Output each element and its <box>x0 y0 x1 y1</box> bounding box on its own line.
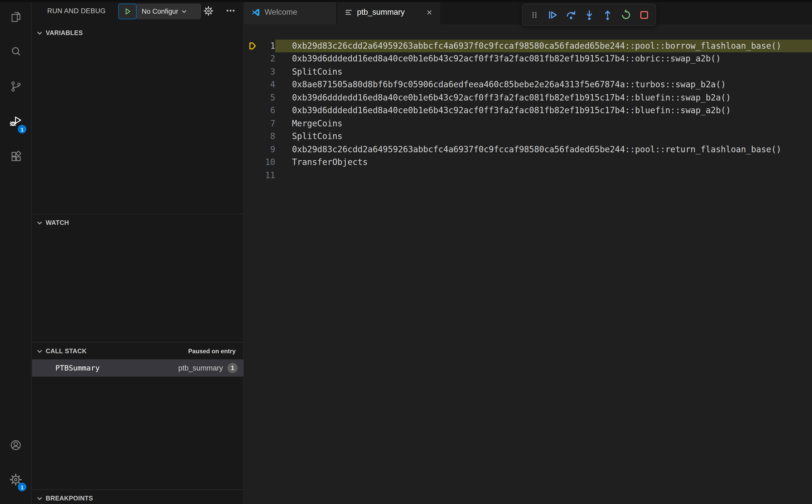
line-number: 8 <box>244 130 275 143</box>
tab-close-button[interactable] <box>424 7 434 17</box>
line-text: 0xb29d83c26cdd2a64959263abbcfc4a6937f0c9… <box>275 39 812 52</box>
chevron-down-icon <box>37 220 43 226</box>
sidebar-item-explorer[interactable] <box>0 4 31 30</box>
more-actions-icon <box>226 7 235 14</box>
code-line-template <box>244 26 812 39</box>
sidebar-item-source-control[interactable] <box>0 73 31 99</box>
stack-frame-name: PTBSummary <box>55 364 100 372</box>
window-top-edge <box>0 0 812 2</box>
section-label: VARIABLES <box>46 29 83 37</box>
line-text: 0xb29d83c26cdd2a64959263abbcfc4a6937f0c9… <box>275 143 812 156</box>
tab-ptb-summary[interactable]: ptb_summary <box>338 0 440 24</box>
chevron-down-icon <box>181 9 187 14</box>
stop-icon <box>639 9 649 20</box>
step-over-icon <box>566 9 576 20</box>
section-label: WATCH <box>46 219 69 226</box>
sidebar-item-extensions[interactable] <box>0 143 31 169</box>
line-text: SplitCoins <box>275 65 812 78</box>
code-editor[interactable]: 1 0xb29d83c26cdd2a64959263abbcfc4a6937f0… <box>244 24 812 504</box>
line-number: 11 <box>244 169 275 182</box>
sidebar-header: RUN AND DEBUG No Configur <box>32 0 243 22</box>
stack-frame-line-badge: 1 <box>227 363 238 373</box>
line-text: 0xb39d6dddedd16ed8a40ce0b1e6b43c92acf0ff… <box>275 52 812 65</box>
sidebar-title: RUN AND DEBUG <box>47 0 106 22</box>
stack-frame-file: ptb_summary <box>178 364 223 372</box>
section-label: BREAKPOINTS <box>46 495 93 502</box>
line-number: 6 <box>244 104 275 117</box>
line-number: 4 <box>244 78 275 91</box>
launch-control: No Configur <box>118 4 201 19</box>
stop-button[interactable] <box>635 6 653 24</box>
gripper-icon <box>530 10 539 19</box>
tab-welcome[interactable]: Welcome <box>244 0 337 24</box>
call-stack-status: Paused on entry <box>188 348 236 355</box>
code-line: 11 <box>244 169 812 182</box>
search-icon <box>9 45 22 58</box>
section-header-breakpoints[interactable]: BREAKPOINTS <box>32 490 244 504</box>
restart-button[interactable] <box>617 6 634 24</box>
line-number: 5 <box>244 91 275 104</box>
step-out-icon <box>602 9 613 20</box>
code-line: 1 0xb29d83c26cdd2a64959263abbcfc4a6937f0… <box>244 39 812 52</box>
line-text: 0xb39d6dddedd16ed8a40ce0b1e6b43c92acf0ff… <box>275 91 812 104</box>
code-line: 3 SplitCoins <box>244 65 812 78</box>
line-number: 2 <box>244 52 275 65</box>
debug-configuration-dropdown[interactable]: No Configur <box>137 4 201 19</box>
line-text: 0x8ae871505a80d8bf6bf9c05906cda6edfeea46… <box>275 78 812 91</box>
step-out-button[interactable] <box>599 6 616 24</box>
line-text: MergeCoins <box>275 117 812 130</box>
play-icon <box>124 8 131 15</box>
line-text <box>275 169 812 182</box>
chevron-down-icon <box>37 348 43 354</box>
debug-toolbar <box>522 4 656 26</box>
code-line: 5 0xb39d6dddedd16ed8a40ce0b1e6b43c92acf0… <box>244 91 812 104</box>
line-text <box>275 26 812 39</box>
open-launch-json-button[interactable] <box>203 6 214 18</box>
close-icon <box>425 8 433 16</box>
debug-badge: 1 <box>18 125 26 133</box>
step-into-icon <box>584 9 594 20</box>
account-button[interactable] <box>0 432 31 458</box>
vscode-logo-icon <box>251 7 260 17</box>
manage-button[interactable]: 1 <box>0 466 31 493</box>
debug-toolbar-drag-handle[interactable] <box>526 6 543 24</box>
editor-group: Welcome ptb_summary <box>244 0 812 504</box>
extensions-icon <box>9 149 22 162</box>
line-number <box>244 26 275 39</box>
code-line: 2 0xb39d6dddedd16ed8a40ce0b1e6b43c92acf0… <box>244 52 812 65</box>
sidebar-item-search[interactable] <box>0 38 31 64</box>
step-into-button[interactable] <box>581 6 598 24</box>
current-step-marker-icon <box>248 41 257 50</box>
line-number: 9 <box>244 143 275 156</box>
section-header-variables[interactable]: VARIABLES <box>32 24 244 42</box>
code-line: 6 0xb39d6dddedd16ed8a40ce0b1e6b43c92acf0… <box>244 104 812 117</box>
views-and-more-actions-button[interactable] <box>226 7 235 16</box>
tab-label: Welcome <box>264 8 297 17</box>
code-line: 7 MergeCoins <box>244 117 812 130</box>
line-text: 0xb39d6dddedd16ed8a40ce0b1e6b43c92acf0ff… <box>275 104 812 117</box>
code-line: 10 TransferObjects <box>244 156 812 169</box>
line-number: 7 <box>244 117 275 130</box>
section-label: CALL STACK <box>46 348 87 355</box>
step-over-button[interactable] <box>562 6 580 24</box>
chevron-down-icon <box>37 495 43 501</box>
line-number: 10 <box>244 156 275 169</box>
sidebar-item-run-and-debug[interactable]: 1 <box>0 109 31 135</box>
account-icon <box>9 439 22 452</box>
restart-icon <box>620 9 631 20</box>
section-header-call-stack[interactable]: CALL STACK Paused on entry <box>32 343 244 360</box>
chevron-down-icon <box>37 30 43 36</box>
code-line: 4 0x8ae871505a80d8bf6bf9c05906cda6edfeea… <box>244 78 812 91</box>
source-control-icon <box>9 80 22 93</box>
tab-label: ptb_summary <box>357 8 405 17</box>
section-header-watch[interactable]: WATCH <box>32 214 244 231</box>
debug-configuration-label: No Configur <box>142 8 178 15</box>
gear-icon <box>203 6 214 16</box>
code-line: 8 SplitCoins <box>244 130 812 143</box>
run-and-debug-sidebar: RUN AND DEBUG No Configur <box>32 0 244 504</box>
call-stack-frame-row[interactable]: PTBSummary ptb_summary 1 <box>32 359 244 377</box>
code-line: 9 0xb29d83c26cdd2a64959263abbcfc4a6937f0… <box>244 143 812 156</box>
list-file-icon <box>344 8 353 16</box>
start-debugging-button[interactable] <box>118 4 137 19</box>
continue-button[interactable] <box>544 6 561 24</box>
